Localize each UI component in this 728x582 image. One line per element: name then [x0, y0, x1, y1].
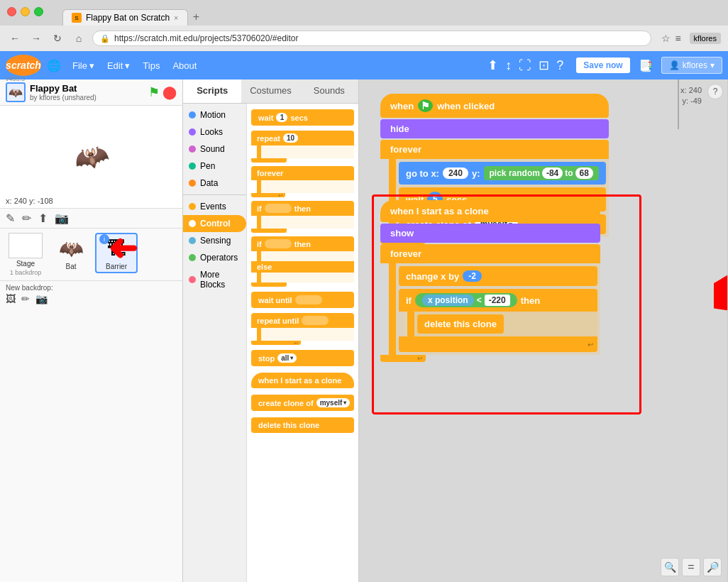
- profile-btn[interactable]: kflores: [690, 33, 721, 44]
- fullscreen-icon[interactable]: ⛶: [519, 58, 531, 73]
- go-to-block[interactable]: go to x: 240 y: pick random -84 to 68: [399, 162, 606, 185]
- paint-cursor-icon[interactable]: ✎: [6, 212, 15, 225]
- forever-header-1[interactable]: forever: [380, 140, 609, 159]
- address-input[interactable]: 🔒 https://scratch.mit.edu/projects/53706…: [92, 31, 651, 46]
- hide-block[interactable]: hide: [380, 119, 609, 138]
- tab-scripts[interactable]: Scripts: [183, 79, 241, 103]
- category-sound[interactable]: Sound: [183, 141, 246, 158]
- browser-tab[interactable]: S Flappy Bat on Scratch ×: [62, 9, 188, 26]
- category-events[interactable]: Events: [183, 198, 246, 215]
- zoom-in-btn[interactable]: 🔎: [703, 558, 722, 576]
- zoom-controls: 🔍 = 🔎: [661, 558, 722, 576]
- blocks-content: Motion Looks Sound Pen: [183, 104, 358, 582]
- maximize-btn[interactable]: [34, 7, 43, 16]
- blocks-panel: Scripts Costumes Sounds Motion Looks: [183, 79, 359, 582]
- forever-header-2[interactable]: forever: [380, 244, 600, 263]
- sprite-tools-bar: ✎ ✏ ⬆ 📷: [0, 209, 182, 229]
- category-data[interactable]: Data: [183, 175, 246, 192]
- pencil-icon[interactable]: ✏: [22, 212, 31, 225]
- upload-backdrop-icon[interactable]: 📷: [35, 293, 48, 304]
- sprites-list: Stage 1 backdrop 🦇 Bat i 🏗 Barrier ➜: [0, 229, 182, 281]
- category-operators[interactable]: Operators: [183, 249, 246, 266]
- repeat-block-sb[interactable]: repeat 10: [251, 131, 354, 163]
- sprite-author: by kflores (unshared): [30, 94, 96, 101]
- repeat-until-block[interactable]: repeat until ↩: [251, 313, 354, 345]
- blocks-tabs: Scripts Costumes Sounds: [183, 79, 358, 104]
- flag-icon-block: ⚑: [418, 99, 433, 112]
- if-block-sb[interactable]: if then: [251, 201, 354, 233]
- zoom-fit-icon[interactable]: ⊡: [539, 57, 549, 73]
- sprite-thumbnail-icon: 🦇: [6, 82, 26, 102]
- tab-costumes[interactable]: Costumes: [241, 79, 299, 103]
- upload-sprite-icon[interactable]: ⬆: [38, 212, 48, 225]
- bat-label: Bat: [65, 263, 76, 270]
- tips-menu[interactable]: Tips: [137, 57, 165, 74]
- reload-btn[interactable]: ↻: [50, 31, 65, 46]
- scratch-header: scratch 🌐 File ▾ Edit ▾ Tips About ⬆ ↕ ⛶…: [0, 51, 728, 79]
- green-flag-btn[interactable]: ⚑: [148, 84, 160, 100]
- file-menu[interactable]: File ▾: [67, 57, 100, 74]
- coords-display: x: 240 y: -108: [6, 197, 53, 205]
- zoom-reset-btn[interactable]: =: [682, 558, 700, 576]
- minimize-btn[interactable]: [21, 7, 30, 16]
- wait-until-block[interactable]: wait until: [251, 292, 354, 308]
- stage-sprite[interactable]: Stage 1 backdrop: [4, 233, 47, 276]
- close-btn[interactable]: [7, 7, 16, 16]
- create-clone-block-sb[interactable]: create clone of myself ▾: [251, 395, 354, 411]
- wait-block[interactable]: wait 1 secs: [251, 109, 354, 126]
- zoom-out-btn[interactable]: 🔍: [661, 558, 679, 576]
- categories-panel: Motion Looks Sound Pen: [183, 104, 247, 582]
- forward-btn[interactable]: →: [28, 31, 44, 46]
- edit-menu[interactable]: Edit ▾: [101, 57, 136, 74]
- if-else-block-sb[interactable]: if then else: [251, 236, 354, 287]
- if-x-footer: ↩: [399, 336, 597, 352]
- divider-line: [678, 79, 679, 129]
- delete-clone-block[interactable]: delete this clone: [417, 314, 504, 334]
- about-menu[interactable]: About: [167, 57, 202, 74]
- left-panel: 🦇 Flappy Bat by kflores (unshared) v435.…: [0, 79, 183, 582]
- new-tab-btn[interactable]: +: [188, 9, 205, 26]
- tab-sounds[interactable]: Sounds: [300, 79, 358, 103]
- cursor-icon[interactable]: ↕: [505, 58, 512, 73]
- stage-label: Stage: [16, 260, 35, 268]
- tab-close-icon[interactable]: ×: [174, 13, 178, 22]
- upload-icon[interactable]: ⬆: [487, 57, 498, 73]
- stop-all-block[interactable]: stop all ▾: [251, 350, 354, 366]
- category-sensing[interactable]: Sensing: [183, 232, 246, 249]
- when-clone-hat[interactable]: when I start as a clone: [380, 200, 600, 222]
- category-pen[interactable]: Pen: [183, 158, 246, 175]
- red-arrow-up: ➜: [108, 232, 138, 268]
- menu-icon[interactable]: ≡: [675, 33, 680, 44]
- if-x-header[interactable]: if x position < -220 then: [399, 289, 597, 312]
- back-btn[interactable]: ←: [7, 31, 23, 46]
- paint-backdrop-icon[interactable]: 🖼: [6, 293, 16, 304]
- pencil-backdrop-icon[interactable]: ✏: [21, 293, 30, 304]
- save-now-btn[interactable]: Save now: [576, 57, 629, 73]
- globe-icon[interactable]: 🌐: [47, 59, 61, 72]
- sprite-header-bar: 🦇 Flappy Bat by kflores (unshared) v435.…: [0, 79, 182, 106]
- bat-sprite-thumb[interactable]: 🦇 Bat: [50, 233, 92, 273]
- category-control[interactable]: Control: [183, 215, 246, 232]
- help-btn[interactable]: ?: [707, 84, 723, 99]
- when-flag-hat[interactable]: when ⚑ when clicked: [380, 94, 609, 118]
- change-x-block[interactable]: change x by -2: [399, 266, 597, 286]
- bat-sprite-display: 🦇: [70, 136, 112, 177]
- category-looks[interactable]: Looks: [183, 123, 246, 141]
- category-more-blocks[interactable]: More Blocks: [183, 266, 246, 293]
- show-block[interactable]: show: [380, 224, 600, 243]
- forever-block-sb[interactable]: forever ↩: [251, 166, 354, 197]
- home-btn[interactable]: ⌂: [71, 31, 87, 46]
- when-clone-block-sb[interactable]: when I start as a clone: [251, 373, 354, 388]
- delete-clone-block-sb[interactable]: delete this clone: [251, 417, 354, 433]
- sign-in-btn[interactable]: 👤 kflores ▾: [661, 57, 722, 74]
- header-action-icons: ⬆ ↕ ⛶ ⊡ ?: [487, 57, 563, 73]
- sprite-name: Flappy Bat: [30, 83, 96, 94]
- camera-icon[interactable]: 📷: [55, 212, 69, 225]
- forever-wrapper-2: forever change x by -2 if: [380, 244, 600, 362]
- new-backdrop-label: New backdrop:: [6, 284, 177, 292]
- category-motion[interactable]: Motion: [183, 106, 246, 123]
- stop-btn[interactable]: ⬤: [162, 84, 177, 100]
- help-icon[interactable]: ?: [556, 58, 563, 73]
- scratch-logo: scratch: [6, 55, 41, 76]
- star-icon[interactable]: ☆: [661, 33, 671, 44]
